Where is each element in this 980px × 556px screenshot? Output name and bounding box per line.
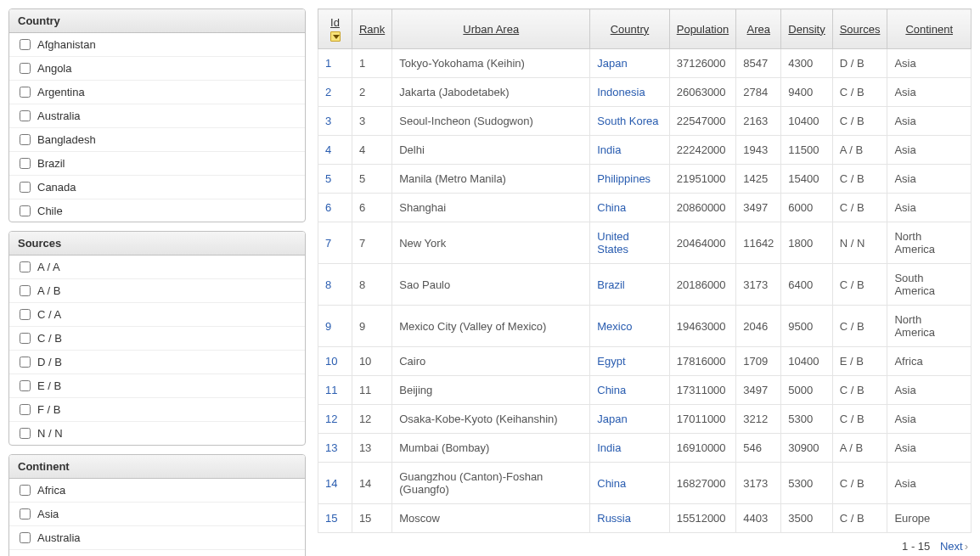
sources-filter-item[interactable]: C / B: [9, 327, 305, 351]
continent-filter-checkbox[interactable]: [20, 485, 31, 496]
cell-id[interactable]: 12: [318, 405, 352, 434]
cell-area: 4403: [736, 504, 781, 533]
cell-id[interactable]: 5: [318, 165, 352, 194]
cell-country[interactable]: United States: [590, 222, 669, 264]
table-row: 44DelhiIndia22242000194311500A / BAsia: [318, 136, 972, 165]
col-continent-header[interactable]: Continent: [887, 9, 972, 49]
table-row: 66ShanghaiChina2086000034976000C / BAsia: [318, 194, 972, 222]
sources-filter-item[interactable]: N / N: [9, 422, 305, 445]
col-urban-area-header[interactable]: Urban Area: [392, 9, 590, 49]
country-filter-item[interactable]: Bangladesh: [9, 128, 305, 152]
cell-country[interactable]: China: [590, 194, 669, 222]
country-filter-item[interactable]: Australia: [9, 104, 305, 128]
sources-filter-item[interactable]: D / B: [9, 351, 305, 374]
country-filter-checkbox[interactable]: [20, 182, 31, 193]
cell-id[interactable]: 10: [318, 347, 352, 376]
cell-urban-area: Beijing: [392, 376, 590, 405]
cell-density: 5300: [781, 405, 832, 434]
country-filter-checkbox[interactable]: [20, 39, 31, 50]
country-filter-item[interactable]: Angola: [9, 57, 305, 81]
cell-sources: C / B: [832, 405, 887, 434]
country-filter-checkbox[interactable]: [20, 63, 31, 74]
cell-id[interactable]: 8: [318, 264, 352, 306]
continent-filter-checkbox[interactable]: [20, 508, 31, 519]
sources-filter-checkbox[interactable]: [20, 333, 31, 344]
sources-filter-item[interactable]: C / A: [9, 303, 305, 327]
cell-country[interactable]: Japan: [590, 405, 669, 434]
cell-rank: 13: [352, 434, 391, 463]
cell-population: 17816000: [669, 347, 735, 376]
cell-density: 11500: [781, 136, 832, 165]
country-filter-checkbox[interactable]: [20, 87, 31, 98]
cell-area: 3212: [736, 405, 781, 434]
cell-id[interactable]: 2: [318, 78, 352, 107]
col-area-header[interactable]: Area: [736, 9, 781, 49]
table-row: 55Manila (Metro Manila)Philippines219510…: [318, 165, 972, 194]
sources-filter-checkbox[interactable]: [20, 309, 31, 320]
cell-country[interactable]: Indonesia: [590, 78, 669, 107]
continent-filter-item[interactable]: Asia: [9, 503, 305, 526]
pager-range: 1 - 15: [902, 540, 930, 553]
cell-id[interactable]: 13: [318, 434, 352, 463]
country-filter-item[interactable]: Argentina: [9, 81, 305, 104]
cell-id[interactable]: 15: [318, 504, 352, 533]
country-filter-checkbox[interactable]: [20, 158, 31, 169]
pager-next[interactable]: Next: [940, 540, 963, 553]
country-filter-checkbox[interactable]: [20, 205, 31, 216]
col-density-header[interactable]: Density: [781, 9, 832, 49]
cell-country[interactable]: India: [590, 434, 669, 463]
sources-filter-item[interactable]: F / B: [9, 398, 305, 422]
sources-filter-checkbox[interactable]: [20, 428, 31, 439]
sort-desc-icon[interactable]: [330, 31, 341, 42]
country-filter-item[interactable]: Canada: [9, 176, 305, 199]
country-filter-checkbox[interactable]: [20, 110, 31, 121]
sources-filter-checkbox[interactable]: [20, 285, 31, 296]
continent-filter-item[interactable]: Europe: [9, 550, 305, 556]
sources-filter-checkbox[interactable]: [20, 261, 31, 272]
cell-id[interactable]: 6: [318, 194, 352, 222]
sources-filter-checkbox[interactable]: [20, 380, 31, 391]
cell-country[interactable]: India: [590, 136, 669, 165]
cell-country[interactable]: China: [590, 463, 669, 504]
col-id-label[interactable]: Id: [330, 16, 340, 29]
country-filter-item[interactable]: Brazil: [9, 152, 305, 176]
sources-filter-item[interactable]: E / B: [9, 374, 305, 398]
country-filter-list[interactable]: AfghanistanAngolaArgentinaAustraliaBangl…: [9, 33, 305, 222]
cell-rank: 11: [352, 376, 391, 405]
cell-country[interactable]: Mexico: [590, 306, 669, 347]
cell-country[interactable]: Philippines: [590, 165, 669, 194]
sources-filter-item[interactable]: A / A: [9, 256, 305, 279]
sources-filter-panel: Sources A / AA / BC / AC / BD / BE / BF …: [8, 231, 306, 446]
cell-rank: 3: [352, 107, 391, 136]
sources-filter-checkbox[interactable]: [20, 404, 31, 415]
cell-continent: Asia: [887, 78, 972, 107]
col-population-header[interactable]: Population: [669, 9, 735, 49]
continent-filter-checkbox[interactable]: [20, 532, 31, 543]
cell-id[interactable]: 14: [318, 463, 352, 504]
cell-id[interactable]: 1: [318, 49, 352, 78]
sources-filter-checkbox[interactable]: [20, 357, 31, 368]
country-filter-item[interactable]: Chile: [9, 199, 305, 222]
cell-id[interactable]: 4: [318, 136, 352, 165]
cell-country[interactable]: Russia: [590, 504, 669, 533]
cell-country[interactable]: Egypt: [590, 347, 669, 376]
cell-sources: C / B: [832, 376, 887, 405]
country-filter-checkbox[interactable]: [20, 134, 31, 145]
cell-country[interactable]: China: [590, 376, 669, 405]
cell-id[interactable]: 11: [318, 376, 352, 405]
col-id-header[interactable]: Id: [318, 9, 352, 49]
continent-filter-item[interactable]: Australia: [9, 526, 305, 550]
country-filter-item[interactable]: Afghanistan: [9, 33, 305, 57]
sources-filter-item[interactable]: A / B: [9, 279, 305, 303]
cell-country[interactable]: Brazil: [590, 264, 669, 306]
table-row: 1111BeijingChina1731100034975000C / BAsi…: [318, 376, 972, 405]
col-sources-header[interactable]: Sources: [832, 9, 887, 49]
cell-id[interactable]: 7: [318, 222, 352, 264]
cell-id[interactable]: 3: [318, 107, 352, 136]
col-country-header[interactable]: Country: [590, 9, 669, 49]
cell-id[interactable]: 9: [318, 306, 352, 347]
cell-country[interactable]: South Korea: [590, 107, 669, 136]
continent-filter-item[interactable]: Africa: [9, 479, 305, 503]
col-rank-header[interactable]: Rank: [352, 9, 391, 49]
cell-country[interactable]: Japan: [590, 49, 669, 78]
